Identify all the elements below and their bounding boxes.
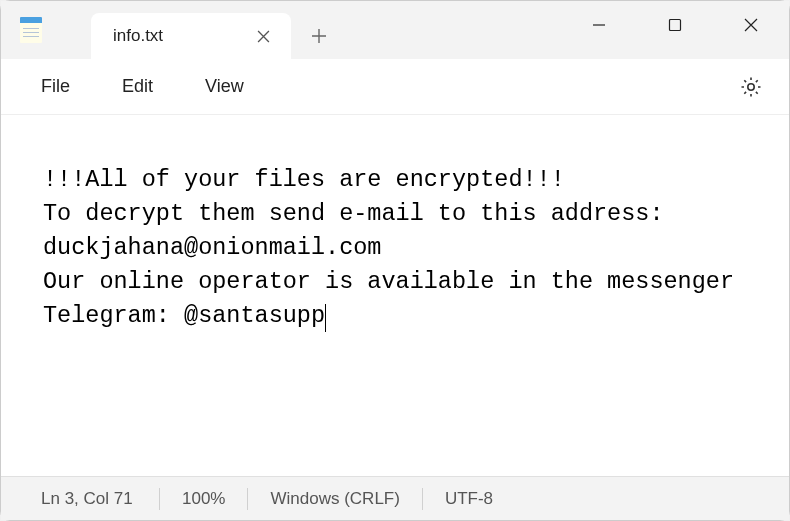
tab-strip: info.txt	[43, 1, 343, 59]
menubar: File Edit View	[1, 59, 789, 115]
status-encoding: UTF-8	[423, 486, 515, 512]
settings-button[interactable]	[731, 67, 771, 107]
gear-icon	[739, 75, 763, 99]
text-caret	[325, 304, 326, 332]
notepad-icon	[20, 17, 42, 43]
status-line-ending: Windows (CRLF)	[248, 486, 421, 512]
window-controls	[561, 1, 789, 49]
menu-view[interactable]: View	[183, 68, 266, 105]
svg-rect-0	[670, 20, 681, 31]
maximize-button[interactable]	[637, 1, 713, 49]
editor-content: !!!All of your files are encrypted!!! To…	[43, 166, 748, 329]
close-icon	[257, 30, 270, 43]
status-zoom[interactable]: 100%	[160, 486, 247, 512]
menu-file[interactable]: File	[19, 68, 92, 105]
notepad-window: info.txt File Edit View	[0, 0, 790, 521]
plus-icon	[311, 28, 327, 44]
text-editor[interactable]: !!!All of your files are encrypted!!! To…	[1, 115, 789, 476]
app-icon	[1, 1, 43, 59]
status-position: Ln 3, Col 71	[19, 486, 159, 512]
tab-title: info.txt	[113, 26, 163, 46]
minimize-icon	[592, 18, 606, 32]
menu-edit[interactable]: Edit	[100, 68, 175, 105]
new-tab-button[interactable]	[295, 13, 343, 59]
close-window-button[interactable]	[713, 1, 789, 49]
titlebar: info.txt	[1, 1, 789, 59]
statusbar: Ln 3, Col 71 100% Windows (CRLF) UTF-8	[1, 476, 789, 520]
minimize-button[interactable]	[561, 1, 637, 49]
tab-close-button[interactable]	[249, 22, 277, 50]
svg-point-1	[748, 83, 754, 89]
close-icon	[744, 18, 758, 32]
tab-active[interactable]: info.txt	[91, 13, 291, 59]
maximize-icon	[668, 18, 682, 32]
